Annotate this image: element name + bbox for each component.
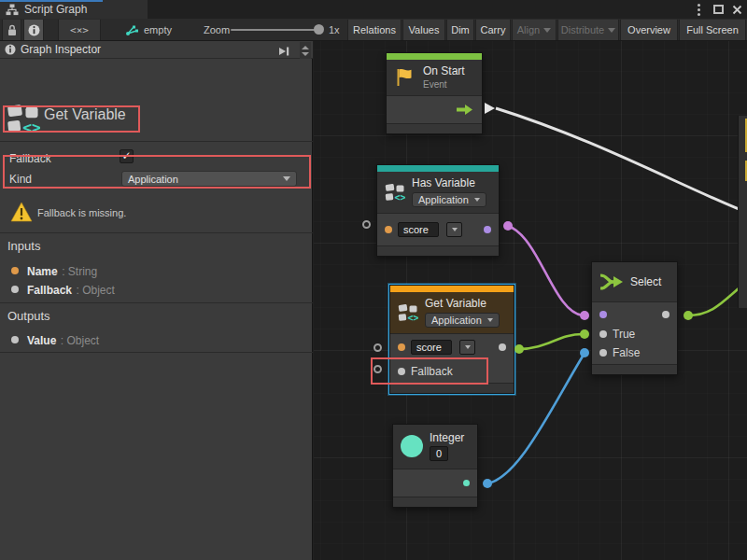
- svg-text:<>: <>: [408, 313, 419, 322]
- name-input-port[interactable]: [385, 226, 392, 233]
- variable-picker-button[interactable]: [446, 222, 462, 237]
- variable-name-field[interactable]: score: [411, 340, 452, 355]
- node-color-bar: [387, 53, 482, 60]
- zoom-slider-track[interactable]: [231, 29, 317, 31]
- selection-output-port[interactable]: [662, 311, 669, 318]
- wire-onstart-flow[interactable]: [496, 108, 747, 213]
- graph-pointer-status: empty: [125, 19, 172, 41]
- tab-title: Script Graph: [24, 3, 87, 16]
- chevron-down-icon: [465, 345, 471, 349]
- boolean-output-port[interactable]: [484, 226, 491, 233]
- carry-button[interactable]: Carry: [475, 20, 511, 40]
- wire-end-dot[interactable]: [580, 329, 589, 339]
- svg-text:<>: <>: [22, 119, 40, 134]
- port-dot: [11, 267, 19, 274]
- divider: [0, 232, 313, 233]
- name-input-port[interactable]: [398, 343, 405, 351]
- value-output-port[interactable]: [499, 343, 506, 351]
- panel-title: Graph Inspector: [21, 43, 101, 56]
- integer-node[interactable]: Integer 0: [392, 424, 478, 508]
- wire-end-dot[interactable]: [580, 311, 589, 320]
- wire-end-dot[interactable]: [580, 348, 589, 357]
- tab-bar: Script Graph: [0, 0, 747, 19]
- align-button: Align: [512, 20, 557, 40]
- panel-scroll-spinner[interactable]: [300, 42, 311, 59]
- chevron-down-icon: [487, 318, 493, 322]
- node-title: Integer: [430, 431, 464, 444]
- wire-end-dot[interactable]: [684, 311, 693, 320]
- unconnected-port-ring[interactable]: [374, 343, 382, 352]
- info-icon: [28, 24, 40, 36]
- variable-kind-dropdown[interactable]: Application: [425, 313, 500, 328]
- chevron-down-icon: [452, 228, 458, 231]
- true-port-label: True: [613, 328, 635, 341]
- chevron-down-icon: [608, 28, 615, 33]
- dim-button[interactable]: Dim: [446, 20, 474, 40]
- graph-inspector-panel: Graph Inspector <> Get Variable Fallback…: [0, 41, 313, 560]
- tab-script-graph[interactable]: Script Graph: [0, 0, 148, 19]
- node-title: Get Variable: [425, 297, 500, 310]
- wire-end-dot[interactable]: [503, 221, 513, 231]
- flow-connection-triangle[interactable]: [485, 103, 495, 114]
- has-variable-node[interactable]: <> Has Variable Application score: [376, 164, 500, 257]
- inputs-header: Inputs: [7, 239, 40, 253]
- offscreen-node-sliver: [738, 116, 747, 308]
- chevron-down-icon: [474, 198, 480, 202]
- select-icon: [599, 272, 624, 292]
- inspector-toggle-button[interactable]: [23, 20, 44, 40]
- relations-button[interactable]: Relations: [347, 20, 402, 40]
- variable-name-field[interactable]: score: [398, 222, 439, 237]
- distribute-button: Distribute: [557, 20, 619, 40]
- zoom-label: Zoom: [204, 19, 230, 41]
- kind-dropdown[interactable]: Application: [121, 171, 297, 187]
- script-graph-window: Script Graph <×>: [0, 0, 747, 560]
- wire-end-dot[interactable]: [514, 344, 524, 354]
- graph-icon: [6, 4, 19, 16]
- node-footer: [592, 364, 677, 374]
- integer-value-field[interactable]: 0: [430, 446, 448, 461]
- variables-toggle-button[interactable]: <×>: [58, 20, 101, 40]
- integer-output-port[interactable]: [463, 480, 470, 486]
- wire-end-dot[interactable]: [483, 479, 492, 488]
- variable-picker-button[interactable]: [459, 340, 475, 355]
- flow-output-port[interactable]: [457, 105, 472, 115]
- unconnected-port-ring[interactable]: [374, 365, 382, 373]
- condition-input-port[interactable]: [599, 311, 607, 318]
- warning-text: Fallback is missing.: [37, 207, 126, 218]
- fallback-input-port[interactable]: [398, 368, 405, 375]
- input-row-fallback: Fallback : Object: [11, 281, 115, 298]
- variables-icon: <>: [7, 103, 40, 134]
- fallback-checkbox[interactable]: ✓: [120, 149, 134, 163]
- variable-kind-dropdown[interactable]: Application: [412, 192, 486, 207]
- flag-icon: [394, 66, 416, 89]
- fallback-port-label: Fallback: [411, 365, 453, 378]
- full-screen-button[interactable]: Full Screen: [679, 20, 746, 40]
- select-node[interactable]: Select True False: [591, 261, 678, 375]
- port-dot: [11, 336, 19, 343]
- maximize-icon[interactable]: [711, 3, 726, 16]
- values-button[interactable]: Values: [402, 20, 445, 40]
- close-icon[interactable]: [729, 3, 744, 16]
- dock-icon[interactable]: [277, 44, 290, 61]
- wire-hasvariable-to-select[interactable]: [508, 226, 583, 315]
- node-title: On Start: [423, 64, 465, 77]
- node-color-bar: [377, 165, 499, 172]
- wire-getvariable-to-true[interactable]: [519, 334, 583, 349]
- get-variable-node[interactable]: <> Get Variable Application score Fallba…: [389, 285, 514, 394]
- true-input-port[interactable]: [599, 330, 607, 338]
- info-icon: [5, 44, 16, 55]
- outputs-header: Outputs: [7, 309, 50, 323]
- input-row-name: Name : String: [11, 262, 97, 279]
- unconnected-port-ring[interactable]: [362, 220, 371, 229]
- menu-icon[interactable]: [693, 3, 704, 16]
- node-footer: [390, 383, 514, 393]
- zoom-slider-handle[interactable]: [314, 24, 324, 35]
- node-subtitle: Event: [423, 79, 465, 90]
- false-input-port[interactable]: [599, 349, 607, 357]
- lock-button[interactable]: [2, 20, 21, 40]
- port-dot: [11, 286, 19, 293]
- overview-button[interactable]: Overview: [620, 20, 678, 40]
- node-footer: [393, 497, 477, 507]
- node-footer: [387, 123, 482, 133]
- on-start-node[interactable]: On Start Event: [386, 52, 483, 134]
